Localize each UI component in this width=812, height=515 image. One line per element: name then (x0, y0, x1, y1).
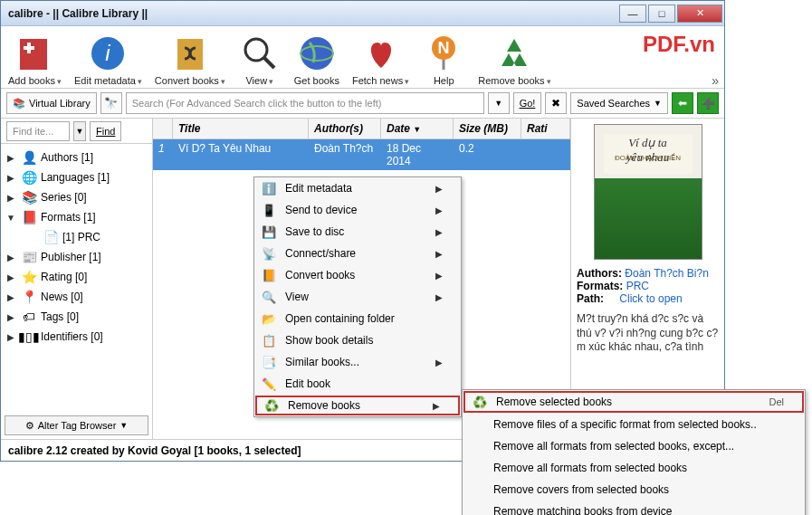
tag-row[interactable]: ▶📚Series [0] (1, 187, 152, 207)
search-dd-icon[interactable]: ▼ (488, 92, 510, 114)
svg-text:N: N (438, 39, 450, 57)
menu-item[interactable]: ♻️Remove books▶ (255, 396, 460, 415)
submenu-arrow-icon: ▶ (433, 401, 440, 411)
svg-point-8 (301, 37, 333, 70)
add-saved-icon[interactable]: ⬅ (672, 92, 693, 114)
tag-row[interactable]: ▶👤Authors [1] (1, 148, 152, 167)
tag-icon: 🏷 (21, 309, 37, 325)
books-icon: 📚 (13, 98, 25, 110)
close-button[interactable]: ✕ (677, 5, 722, 23)
menu-item[interactable]: Remove all formats from selected books (463, 457, 805, 479)
menu-item[interactable]: ✏️Edit book (254, 373, 461, 395)
magnifier-icon (238, 32, 282, 75)
book-cover[interactable]: Ví dụ ta yêu nhau ĐOÀN THẠCH BIỀN (594, 124, 702, 260)
view-button[interactable]: View▾ (238, 32, 282, 86)
saved-searches-button[interactable]: Saved Searches▼ (570, 92, 668, 114)
device-icon: 📱 (260, 201, 278, 219)
sort-desc-icon: ▼ (413, 125, 421, 134)
find-button[interactable]: Find (90, 121, 121, 141)
svg-line-7 (264, 58, 274, 68)
tag-label: [1] PRC (62, 231, 100, 243)
menu-item[interactable]: Remove covers from selected books (463, 479, 805, 501)
info-icon: ℹ️ (260, 179, 278, 197)
binoculars-icon[interactable]: 🔭 (100, 92, 122, 114)
get-books-button[interactable]: Get books (294, 32, 339, 86)
details-icon: 📋 (260, 331, 278, 349)
col-size[interactable]: Size (MB) (454, 119, 521, 138)
find-dd-icon[interactable]: ▼ (73, 121, 86, 141)
svg-rect-0 (20, 39, 47, 70)
tag-row[interactable]: ▶⭐Rating [0] (1, 267, 152, 287)
share-icon: 📡 (260, 244, 278, 262)
menu-item[interactable]: ℹ️Edit metadata▶ (254, 177, 461, 199)
add-books-button[interactable]: Add books▾ (8, 32, 62, 86)
format-link[interactable]: PRC (626, 280, 649, 292)
menu-item[interactable]: Remove files of a specific format from s… (463, 414, 805, 435)
tag-row[interactable]: ▼📕Formats [1] (1, 207, 152, 227)
help-pin-icon: N (422, 32, 465, 75)
menu-item[interactable]: 📋Show book details (254, 329, 461, 351)
book-row[interactable]: 1 Ví D? Ta Yêu Nhau Đoàn Th?ch 18 Dec 20… (153, 139, 570, 170)
submenu-arrow-icon: ▶ (435, 358, 443, 367)
file-icon: 📄 (43, 229, 59, 245)
fetch-news-button[interactable]: Fetch news▾ (352, 32, 409, 86)
menu-item[interactable]: 📂Open containing folder (254, 308, 461, 329)
minimize-button[interactable]: — (619, 5, 646, 23)
menu-item[interactable]: 🔍View▶ (254, 286, 461, 308)
twisty-icon: ▶ (5, 193, 17, 203)
find-input[interactable]: Find ite... (6, 121, 70, 141)
blank-icon (468, 415, 486, 434)
clear-search-icon[interactable]: ✖ (545, 92, 567, 114)
view-icon: 🔍 (260, 288, 278, 306)
recycle-icon (492, 32, 536, 75)
go-button[interactable]: Go! (513, 92, 542, 114)
folder-icon: 📂 (260, 310, 278, 328)
edit-metadata-button[interactable]: i Edit metadata▾ (74, 32, 142, 86)
submenu-arrow-icon: ▶ (435, 227, 443, 237)
menu-item[interactable]: ♻️Remove selected booksDel (465, 393, 802, 411)
menu-item[interactable]: Remove matching books from device (463, 501, 805, 515)
menu-item[interactable]: 📱Send to device▶ (254, 199, 461, 221)
tag-label: Publisher [1] (41, 251, 101, 263)
alter-tag-browser-button[interactable]: ⚙ Alter Tag Browser ▼ (5, 415, 148, 435)
menu-item[interactable]: 📑Similar books...▶ (254, 351, 461, 373)
tag-row[interactable]: 📄[1] PRC (1, 227, 152, 247)
tag-row[interactable]: ▶🌐Languages [1] (1, 167, 152, 187)
blank-icon (468, 437, 486, 455)
twisty-icon: ▶ (5, 332, 17, 342)
tag-label: Identifiers [0] (41, 330, 103, 343)
tag-row[interactable]: ▶📍News [0] (1, 287, 152, 307)
twisty-icon: ▶ (5, 272, 17, 282)
menu-item[interactable]: 💾Save to disc▶ (254, 221, 461, 243)
tag-row[interactable]: ▶▮▯▮Identifiers [0] (1, 327, 152, 347)
maximize-button[interactable]: □ (648, 5, 675, 23)
author-link[interactable]: Đoàn Th?ch Bi?n (625, 267, 709, 280)
barcode-icon: ▮▯▮ (21, 329, 37, 345)
virtual-library-button[interactable]: 📚 Virtual Library (6, 92, 97, 114)
help-button[interactable]: N Help (422, 32, 465, 86)
search-input[interactable]: Search (For Advanced Search click the bu… (126, 92, 484, 114)
author-icon: 👤 (21, 149, 37, 166)
tag-label: News [0] (41, 291, 83, 303)
menu-item[interactable]: Remove all formats from selected books, … (463, 435, 805, 457)
menu-item[interactable]: 📡Connect/share▶ (254, 243, 461, 264)
save-search-icon[interactable]: ➕ (697, 92, 719, 114)
star-icon: ⭐ (21, 269, 37, 285)
convert-icon: 📙 (260, 266, 278, 284)
col-date[interactable]: Date ▼ (381, 119, 454, 138)
column-headers: Title Author(s) Date ▼ Size (MB) Rati (153, 119, 570, 139)
disc-icon: 💾 (260, 223, 278, 241)
col-rating[interactable]: Rati (521, 119, 570, 138)
tag-row[interactable]: ▶📰Publisher [1] (1, 247, 152, 267)
col-title[interactable]: Title (173, 119, 309, 138)
blank-icon (468, 502, 486, 515)
path-link[interactable]: Click to open (619, 292, 682, 305)
pin-icon: 📍 (21, 289, 37, 305)
convert-books-button[interactable]: Convert books▾ (155, 32, 225, 86)
remove-icon: ♻️ (471, 393, 489, 411)
tag-row[interactable]: ▶🏷Tags [0] (1, 307, 152, 327)
col-authors[interactable]: Author(s) (309, 119, 381, 138)
remove-books-button[interactable]: Remove books▾ (478, 32, 550, 86)
toolbar-overflow-icon[interactable]: » (712, 73, 719, 88)
menu-item[interactable]: 📙Convert books▶ (254, 264, 461, 286)
